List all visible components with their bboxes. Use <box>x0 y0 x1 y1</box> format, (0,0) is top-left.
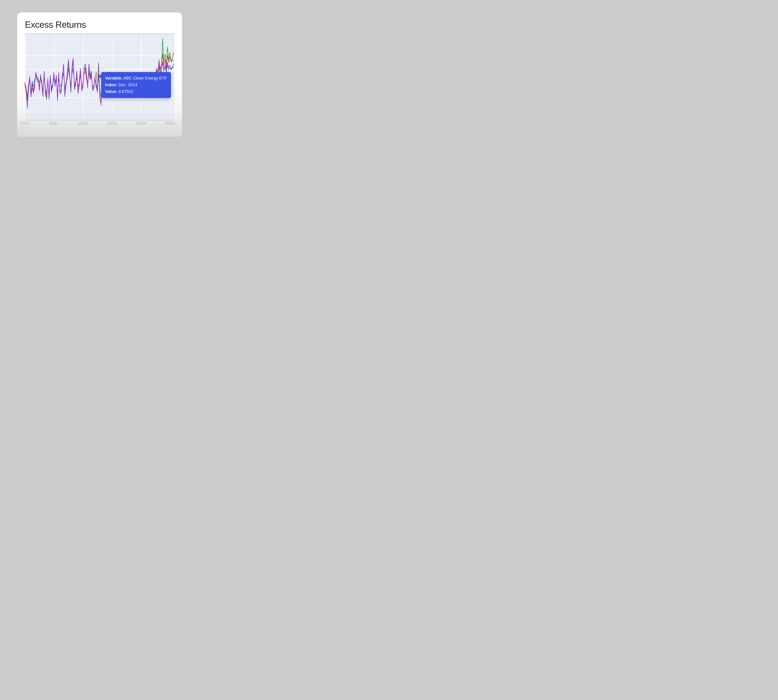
x-tick: 2020 <box>165 121 175 126</box>
tooltip-index-value: Dec. 2014 <box>119 82 137 87</box>
x-axis: 2010 2012 2014 2016 2018 2020 <box>25 120 174 120</box>
x-tick: 2010 <box>20 121 30 126</box>
chart-card: Excess Returns Variable: ABC Clean Energ… <box>17 12 182 137</box>
chart-area[interactable]: Variable: ABC Clean Energy ETF Index: De… <box>25 34 174 127</box>
tooltip-value-label: Value: <box>105 89 117 94</box>
plot-area[interactable]: Variable: ABC Clean Energy ETF Index: De… <box>25 34 174 119</box>
tooltip-variable-value: ABC Clean Energy ETF <box>124 76 167 80</box>
x-tick: 2012 <box>49 121 58 126</box>
x-tick: 2016 <box>107 121 117 126</box>
tooltip-variable-label: Variable: <box>105 76 122 80</box>
x-tick: 2018 <box>136 121 146 126</box>
chart-tooltip: Variable: ABC Clean Energy ETF Index: De… <box>101 72 171 98</box>
tooltip-value-value: 4.67502 <box>119 89 134 94</box>
tooltip-index-label: Index: <box>105 82 117 87</box>
x-tick: 2014 <box>78 121 88 126</box>
chart-title: Excess Returns <box>25 19 174 30</box>
